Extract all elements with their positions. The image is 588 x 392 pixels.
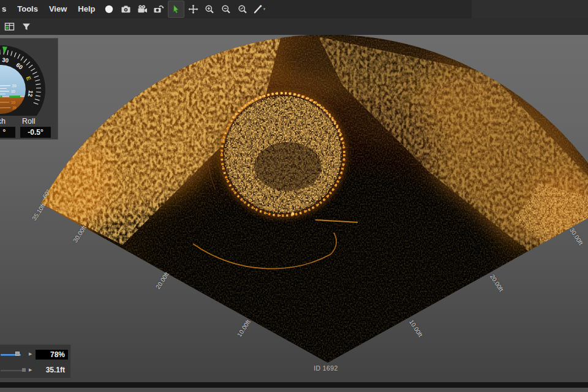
roll-value: -0.5° — [28, 128, 43, 137]
snapshot-button[interactable] — [118, 1, 134, 17]
pitch-sky-20: 20 — [12, 84, 17, 88]
record-icon — [104, 4, 114, 14]
gain-value-box[interactable]: 78% — [36, 350, 68, 360]
zoom-in-button[interactable] — [202, 1, 217, 17]
menu-item-help[interactable]: Help — [72, 0, 100, 18]
attitude-dial: 30 60 E 12 20 10 10 20 — [0, 39, 58, 139]
pan-tool-button[interactable] — [186, 1, 201, 17]
video-camera-icon — [137, 4, 148, 14]
filter-funnel-icon — [21, 22, 31, 31]
zoom-out-button[interactable] — [219, 1, 234, 17]
sonar-controls-panel: ▶ 78% ▶ 35.1ft — [0, 344, 71, 379]
heading-30-label: 30 — [2, 56, 9, 64]
cursor-icon — [171, 4, 181, 14]
dropdown-caret-icon[interactable]: ▾ — [263, 7, 266, 12]
main-toolbar: s Tools View Help — [0, 0, 588, 18]
move-icon — [188, 4, 198, 14]
export-image-button[interactable] — [151, 1, 167, 17]
measure-pen-icon — [253, 4, 263, 14]
zoom-window-button[interactable] — [235, 1, 251, 17]
pitch-label: Pitch — [0, 117, 6, 126]
bottom-edge-strip — [0, 388, 588, 392]
select-tool-button[interactable] — [168, 1, 184, 18]
zoom-out-icon — [221, 4, 231, 14]
range-slider-handle[interactable] — [22, 368, 26, 372]
sonar-fan-imagery — [0, 0, 588, 392]
gain-expand-arrow-icon[interactable]: ▶ — [29, 352, 32, 356]
zoom-in-icon — [205, 4, 214, 14]
device-table-button[interactable] — [2, 19, 17, 35]
pitch-ground-10: 10 — [11, 100, 15, 104]
zoom-window-icon — [238, 4, 247, 14]
sonar-id-label: ID 1692 — [304, 364, 347, 372]
app-window: -60° 35.10ft 30.00ft 20.00ft 10.00ft 10.… — [0, 0, 588, 392]
attitude-indicator-widget: 30 60 E 12 20 10 10 20 — [0, 38, 58, 140]
device-table-icon — [4, 22, 15, 31]
heading-120-label: 12 — [27, 90, 34, 97]
range-expand-arrow-icon[interactable]: ▶ — [29, 368, 32, 372]
sonar-fan-display[interactable] — [0, 0, 588, 392]
range-slider-track[interactable] — [1, 370, 25, 372]
secondary-toolbar — [0, 18, 588, 35]
menu-item-tools[interactable]: Tools — [12, 0, 43, 18]
menu-item-view[interactable]: View — [43, 0, 72, 18]
range-value-box[interactable]: 35.1ft — [36, 365, 68, 375]
roll-label: Roll — [22, 117, 36, 126]
pitch-sky-10: 10 — [11, 89, 15, 93]
camera-export-icon — [153, 4, 164, 14]
record-video-button[interactable] — [135, 1, 150, 17]
gain-slider-handle[interactable] — [15, 352, 20, 356]
status-strip — [0, 382, 588, 388]
record-button[interactable] — [102, 1, 117, 17]
measure-tool-button[interactable]: ▾ — [252, 1, 267, 17]
camera-icon — [121, 4, 131, 14]
toolbar-right-panel — [472, 0, 588, 18]
pitch-value: ° — [3, 128, 6, 137]
menu-item-cutoff[interactable]: s — [0, 0, 12, 18]
filter-button[interactable] — [18, 19, 34, 35]
